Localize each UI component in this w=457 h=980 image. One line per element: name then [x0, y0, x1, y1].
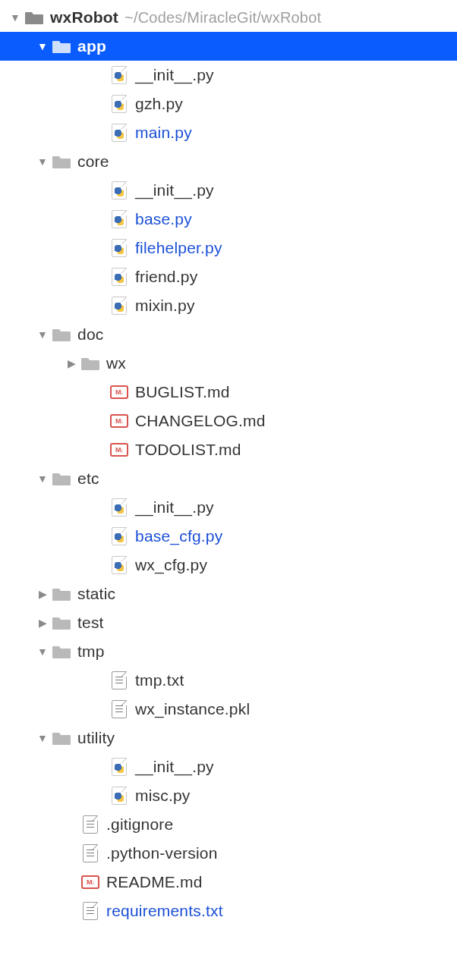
chevron-down-icon[interactable]: ▼: [36, 732, 49, 744]
folder-icon: [52, 38, 71, 55]
tree-item-label: __init__.py: [135, 498, 214, 517]
tree-item-label: mixin.py: [135, 297, 195, 315]
tree-folder-row[interactable]: ▼doc: [0, 320, 457, 349]
tree-file-row[interactable]: .gitignore: [0, 810, 457, 839]
tree-item-label: wx_instance.pkl: [135, 700, 250, 718]
markdown-file-icon: [80, 874, 100, 890]
chevron-right-icon[interactable]: ▶: [65, 357, 77, 369]
python-file-icon: [109, 759, 129, 775]
tree-folder-row[interactable]: ▼utility: [0, 724, 457, 752]
tree-item-label: misc.py: [135, 787, 191, 805]
tree-item-label: etc: [77, 470, 99, 488]
folder-icon: [24, 9, 44, 26]
python-file-icon: [109, 528, 129, 545]
tree-folder-row[interactable]: ▼etc: [0, 464, 457, 493]
tree-item-label: core: [77, 152, 109, 171]
tree-file-row[interactable]: __init__.py: [0, 176, 457, 205]
markdown-file-icon: [109, 384, 129, 400]
tree-file-row[interactable]: base.py: [0, 205, 457, 234]
tree-item-label: README.md: [106, 873, 203, 891]
text-file-icon: [80, 845, 100, 862]
tree-file-row[interactable]: .python-version: [0, 839, 457, 868]
python-file-icon: [109, 124, 129, 141]
python-file-icon: [109, 96, 129, 112]
tree-item-label: TODOLIST.md: [135, 441, 241, 459]
tree-file-row[interactable]: __init__.py: [0, 752, 457, 781]
markdown-file-icon: [109, 413, 129, 429]
tree-folder-row[interactable]: ▶static: [0, 580, 457, 608]
tree-file-row[interactable]: requirements.txt: [0, 897, 457, 925]
python-file-icon: [109, 211, 129, 228]
tree-file-row[interactable]: friend.py: [0, 262, 457, 291]
text-file-icon: [109, 701, 129, 718]
tree-folder-row[interactable]: ▶wx: [0, 349, 457, 378]
tree-item-label: tmp.txt: [135, 671, 184, 689]
tree-item-label: .python-version: [106, 844, 218, 862]
tree-item-label: .gitignore: [106, 815, 173, 834]
tree-file-row[interactable]: __init__.py: [0, 61, 457, 90]
tree-folder-row[interactable]: ▼tmp: [0, 637, 457, 666]
tree-folder-row[interactable]: ▼app: [0, 32, 457, 61]
tree-file-row[interactable]: filehelper.py: [0, 234, 457, 262]
text-file-icon: [80, 903, 100, 919]
tree-item-label: filehelper.py: [135, 239, 222, 257]
folder-icon: [52, 153, 71, 170]
tree-file-row[interactable]: wx_cfg.py: [0, 551, 457, 580]
tree-file-row[interactable]: README.md: [0, 868, 457, 897]
tree-file-row[interactable]: tmp.txt: [0, 666, 457, 695]
folder-icon: [52, 614, 71, 631]
chevron-down-icon[interactable]: ▼: [36, 155, 49, 168]
tree-item-label: __init__.py: [135, 758, 214, 776]
tree-folder-row[interactable]: ▼core: [0, 147, 457, 176]
tree-file-row[interactable]: mixin.py: [0, 291, 457, 320]
tree-file-row[interactable]: gzh.py: [0, 90, 457, 118]
chevron-down-icon[interactable]: ▼: [36, 473, 49, 485]
tree-file-row[interactable]: __init__.py: [0, 493, 457, 522]
python-file-icon: [109, 182, 129, 199]
tree-item-label: utility: [77, 729, 115, 747]
tree-file-row[interactable]: BUGLIST.md: [0, 378, 457, 407]
tree-file-row[interactable]: main.py: [0, 118, 457, 147]
chevron-down-icon[interactable]: ▼: [9, 11, 21, 24]
folder-icon: [52, 643, 71, 660]
project-tree: ▼ wxRobot ~/Codes/MiracleGit/wxRobot ▼ap…: [0, 0, 457, 925]
chevron-down-icon[interactable]: ▼: [36, 328, 49, 341]
tree-folder-row[interactable]: ▶test: [0, 608, 457, 637]
chevron-down-icon[interactable]: ▼: [36, 40, 49, 52]
python-file-icon: [109, 67, 129, 83]
tree-item-label: CHANGELOG.md: [135, 412, 266, 430]
text-file-icon: [109, 672, 129, 689]
python-file-icon: [109, 557, 129, 573]
tree-item-label: test: [77, 614, 104, 632]
text-file-icon: [80, 816, 100, 833]
tree-item-label: tmp: [77, 642, 105, 661]
chevron-right-icon[interactable]: ▶: [36, 588, 49, 600]
python-file-icon: [109, 787, 129, 804]
root-path: ~/Codes/MiracleGit/wxRobot: [124, 9, 321, 27]
tree-root-row[interactable]: ▼ wxRobot ~/Codes/MiracleGit/wxRobot: [0, 3, 457, 32]
tree-item-label: gzh.py: [135, 95, 183, 113]
tree-item-label: wx_cfg.py: [135, 556, 207, 574]
folder-icon: [52, 730, 71, 746]
folder-icon: [52, 326, 71, 343]
root-name: wxRobot: [50, 8, 118, 27]
chevron-down-icon[interactable]: ▼: [36, 645, 49, 658]
tree-file-row[interactable]: base_cfg.py: [0, 522, 457, 551]
tree-item-label: static: [77, 585, 115, 603]
python-file-icon: [109, 499, 129, 516]
tree-item-label: requirements.txt: [106, 902, 223, 920]
tree-item-label: __init__.py: [135, 66, 214, 84]
chevron-right-icon[interactable]: ▶: [36, 617, 49, 629]
markdown-file-icon: [109, 441, 129, 458]
tree-file-row[interactable]: misc.py: [0, 781, 457, 810]
folder-icon: [52, 586, 71, 602]
python-file-icon: [109, 269, 129, 285]
tree-item-label: friend.py: [135, 268, 197, 286]
tree-item-label: base_cfg.py: [135, 527, 222, 545]
folder-icon: [80, 355, 100, 372]
tree-file-row[interactable]: CHANGELOG.md: [0, 407, 457, 435]
python-file-icon: [109, 240, 129, 256]
tree-file-row[interactable]: wx_instance.pkl: [0, 695, 457, 724]
tree-item-label: __init__.py: [135, 181, 214, 199]
tree-file-row[interactable]: TODOLIST.md: [0, 435, 457, 464]
